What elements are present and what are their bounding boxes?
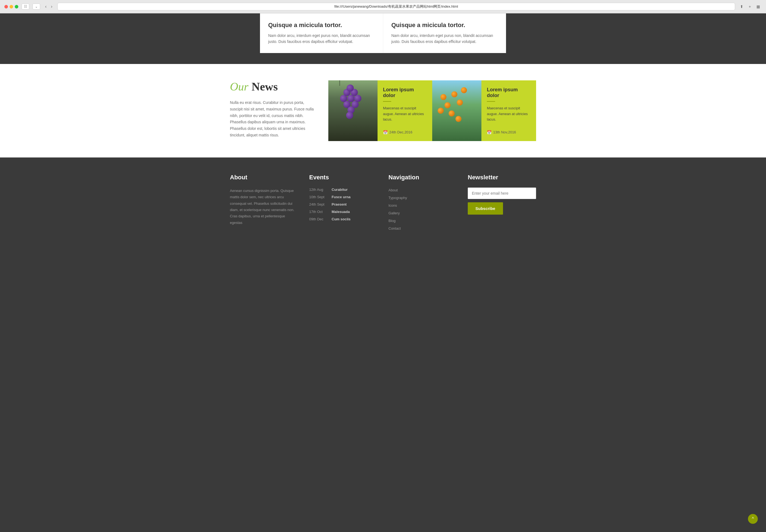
nav-link-typography[interactable]: Typography xyxy=(388,196,407,200)
nav-item-blog[interactable]: Blog xyxy=(388,218,457,223)
card-2: Quisque a micicula tortor. Nam dolor arc… xyxy=(383,13,506,53)
share-button[interactable]: ⬆ xyxy=(738,4,745,9)
nav-item-contact[interactable]: Contact xyxy=(388,226,457,231)
nav-buttons: ‹ › xyxy=(43,4,54,10)
news-heading-italic: Our xyxy=(230,80,248,93)
browser-chrome: ☷ ⌄ ‹ › file:///Users/janewang/Downloads… xyxy=(0,0,766,13)
footer-events-heading: Events xyxy=(309,174,378,181)
footer-nav-heading: Navigation xyxy=(388,174,457,181)
footer-inner: About Aenean cursus dignissim porta. Qui… xyxy=(219,174,547,233)
news-card-2: Lorem ipsum dolor Maecenas et suscipit a… xyxy=(432,80,536,141)
newsletter-email-input[interactable] xyxy=(468,188,536,199)
new-tab-button[interactable]: + xyxy=(747,4,753,9)
news-left: Our News Nulla eu erat risus. Curabitur … xyxy=(230,80,317,139)
news-inner: Our News Nulla eu erat risus. Curabitur … xyxy=(219,80,547,141)
nav-link-gallery[interactable]: Gallery xyxy=(388,211,400,215)
nav-link-blog[interactable]: Blog xyxy=(388,219,396,223)
news-card-2-text: Maecenas et suscipit augue. Aenean at ul… xyxy=(487,106,531,125)
event-5-name: Cum sociis xyxy=(332,217,350,221)
tabs-button[interactable]: ▦ xyxy=(755,4,762,9)
event-1-date: 12th Aug xyxy=(309,188,328,192)
calendar-icon-1: 📅 xyxy=(383,130,388,135)
news-card-1-image xyxy=(328,80,378,141)
news-card-1: Lorem ipsum dolor Maecenas et suscipit a… xyxy=(328,80,432,141)
news-card-2-divider xyxy=(487,101,495,102)
back-button[interactable]: ‹ xyxy=(43,4,48,10)
event-4-date: 17th Oct xyxy=(309,210,328,214)
card-1: Quisque a micicula tortor. Nam dolor arc… xyxy=(260,13,383,53)
event-item-4: 17th Oct Malesuada xyxy=(309,210,378,214)
event-item-3: 24th Sept Praesent xyxy=(309,202,378,206)
news-card-1-text: Maecenas et suscipit augue. Aenean at ul… xyxy=(383,106,427,125)
browser-actions: ⬆ + ▦ xyxy=(738,4,762,9)
event-2-name: Fusce urna xyxy=(332,195,350,199)
footer-about-col: About Aenean cursus dignissim porta. Qui… xyxy=(230,174,298,233)
news-section: Our News Nulla eu erat risus. Curabitur … xyxy=(0,64,766,157)
event-3-name: Praesent xyxy=(332,202,347,206)
news-card-2-date-text: 13th Nov,2016 xyxy=(493,130,516,134)
address-bar[interactable]: file:///Users/janewang/Downloads/有机蔬菜水果农… xyxy=(57,3,735,10)
calendar-icon-2: 📅 xyxy=(487,130,492,135)
sidebar-toggle[interactable]: ☷ xyxy=(22,4,29,10)
event-item-1: 12th Aug Curabitur xyxy=(309,188,378,192)
footer-newsletter-heading: Newsletter xyxy=(468,174,536,181)
forward-button[interactable]: › xyxy=(49,4,54,10)
card-1-text: Nam dolor arcu, interdum eget purus non,… xyxy=(268,33,375,45)
event-3-date: 24th Sept xyxy=(309,202,328,206)
news-card-1-title: Lorem ipsum dolor xyxy=(383,87,427,98)
nav-item-typography[interactable]: Typography xyxy=(388,195,457,200)
card-2-title: Quisque a micicula tortor. xyxy=(391,22,498,29)
event-4-name: Malesuada xyxy=(332,210,350,214)
tab-overview[interactable]: ⌄ xyxy=(33,4,40,10)
footer-about-heading: About xyxy=(230,174,298,181)
events-list: 12th Aug Curabitur 10th Sept Fusce urna … xyxy=(309,188,378,221)
top-section: Quisque a micicula tortor. Nam dolor arc… xyxy=(0,13,766,64)
news-card-1-content: Lorem ipsum dolor Maecenas et suscipit a… xyxy=(378,80,432,141)
event-item-2: 10th Sept Fusce urna xyxy=(309,195,378,199)
card-1-title: Quisque a micicula tortor. xyxy=(268,22,375,29)
nav-link-icons[interactable]: Icons xyxy=(388,203,397,207)
news-cards: Lorem ipsum dolor Maecenas et suscipit a… xyxy=(328,80,536,141)
event-1-name: Curabitur xyxy=(332,188,348,192)
footer-nav-col: Navigation About Typography Icons Galler… xyxy=(388,174,457,233)
footer: About Aenean cursus dignissim porta. Qui… xyxy=(0,157,766,244)
footer-about-text: Aenean cursus dignissim porta. Quisque m… xyxy=(230,188,298,226)
nav-item-about[interactable]: About xyxy=(388,188,457,192)
traffic-light-green[interactable] xyxy=(15,5,18,8)
traffic-lights xyxy=(4,5,18,8)
nav-link-contact[interactable]: Contact xyxy=(388,226,401,230)
subscribe-button[interactable]: Subscribe xyxy=(468,202,503,215)
traffic-light-yellow[interactable] xyxy=(10,5,13,8)
news-card-2-title: Lorem ipsum dolor xyxy=(487,87,531,98)
news-card-2-image xyxy=(432,80,481,141)
nav-link-about[interactable]: About xyxy=(388,188,398,192)
news-card-1-divider xyxy=(383,101,391,102)
news-card-1-date-text: 24th Dec,2016 xyxy=(389,130,413,134)
news-heading: Our News xyxy=(230,80,317,93)
footer-nav-list: About Typography Icons Gallery Blog Cont… xyxy=(388,188,457,231)
news-card-2-content: Lorem ipsum dolor Maecenas et suscipit a… xyxy=(481,80,536,141)
cards-row: Quisque a micicula tortor. Nam dolor arc… xyxy=(260,13,506,53)
news-card-2-date: 📅 13th Nov,2016 xyxy=(487,130,531,135)
footer-events-col: Events 12th Aug Curabitur 10th Sept Fusc… xyxy=(309,174,378,233)
card-2-text: Nam dolor arcu, interdum eget purus non,… xyxy=(391,33,498,45)
news-card-1-date: 📅 24th Dec,2016 xyxy=(383,130,427,135)
nav-item-gallery[interactable]: Gallery xyxy=(388,211,457,215)
news-heading-bold2: News xyxy=(252,80,278,93)
news-description: Nulla eu erat risus. Curabitur in purus … xyxy=(230,100,317,139)
traffic-light-red[interactable] xyxy=(4,5,8,8)
footer-newsletter-col: Newsletter Subscribe xyxy=(468,174,536,233)
nav-item-icons[interactable]: Icons xyxy=(388,203,457,208)
event-2-date: 10th Sept xyxy=(309,195,328,199)
event-5-date: 09th Dec xyxy=(309,217,328,221)
event-item-5: 09th Dec Cum sociis xyxy=(309,217,378,221)
